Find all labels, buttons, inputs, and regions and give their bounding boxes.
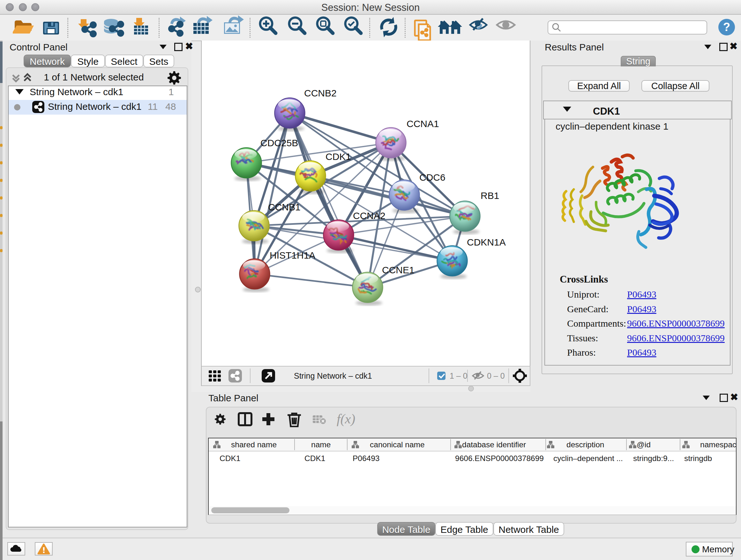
svg-text:1 – 0: 1 – 0 — [450, 371, 468, 380]
svg-text:description: description — [566, 440, 604, 449]
svg-text:String Network – cdk1: String Network – cdk1 — [294, 371, 372, 380]
svg-text:namespac: namespac — [700, 440, 736, 449]
svg-text:canonical name: canonical name — [370, 440, 425, 449]
svg-text:9606.ENSP00000378699: 9606.ENSP00000378699 — [455, 454, 544, 462]
svg-text:CDK1: CDK1 — [219, 454, 240, 462]
svg-text:CDK1: CDK1 — [305, 454, 325, 462]
svg-text:shared name: shared name — [231, 440, 277, 449]
svg-text:CCNE1: CCNE1 — [382, 265, 414, 275]
svg-text:stringdb:9...: stringdb:9... — [633, 454, 674, 462]
svg-text:0 – 0: 0 – 0 — [487, 371, 505, 380]
svg-text:CCNA1: CCNA1 — [407, 118, 439, 129]
svg-text:P06493: P06493 — [353, 454, 380, 462]
svg-text:database identifier: database identifier — [462, 440, 526, 449]
svg-text:CCNA2: CCNA2 — [353, 210, 386, 221]
svg-text:CCNB2: CCNB2 — [304, 88, 337, 98]
svg-text:CDKN1A: CDKN1A — [467, 237, 506, 247]
svg-text:CCNB1: CCNB1 — [268, 202, 300, 212]
svg-text:name: name — [311, 440, 331, 449]
svg-text:cyclin–dependent ...: cyclin–dependent ... — [553, 454, 623, 462]
svg-text:CDK1: CDK1 — [326, 151, 351, 162]
svg-text:CDC25B: CDC25B — [260, 138, 298, 148]
svg-text:RB1: RB1 — [481, 190, 499, 201]
svg-text:CDC6: CDC6 — [419, 172, 446, 183]
svg-text:?: ? — [723, 20, 730, 34]
svg-text:HIST1H1A: HIST1H1A — [270, 250, 315, 260]
svg-text:f(x): f(x) — [337, 412, 355, 427]
svg-text:stringdb: stringdb — [684, 454, 712, 462]
svg-text:@id: @id — [636, 440, 651, 449]
